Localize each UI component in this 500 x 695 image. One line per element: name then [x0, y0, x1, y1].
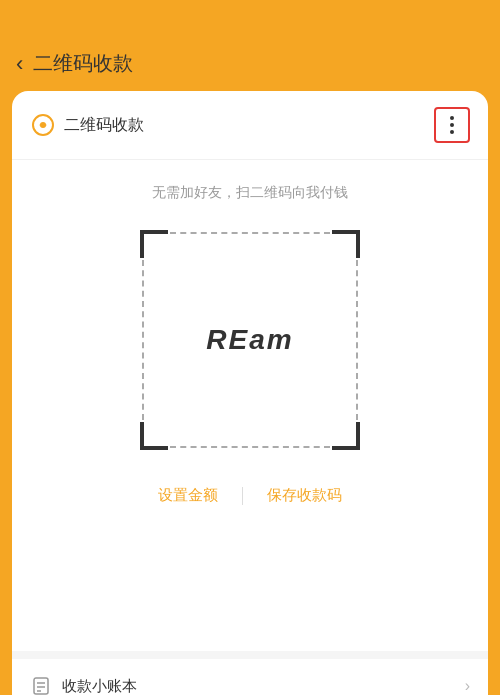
card-header: 二维码收款: [12, 91, 488, 160]
ledger-item[interactable]: 收款小账本 ›: [12, 659, 488, 695]
card-header-title: 二维码收款: [64, 115, 144, 136]
book-icon: [30, 675, 52, 695]
card-header-left: 二维码收款: [30, 112, 144, 138]
back-icon[interactable]: ‹: [16, 51, 23, 77]
corner-tr: [332, 230, 360, 258]
qr-inner-text: REam: [206, 324, 293, 356]
chevron-right-icon: ›: [465, 677, 470, 695]
coin-icon: [30, 112, 56, 138]
more-dot-3: [450, 130, 454, 134]
qr-code-container: REam: [140, 230, 360, 450]
ledger-label: 收款小账本: [62, 677, 137, 696]
main-card: 二维码收款 无需加好友，扫二维码向我付钱 REam 设置金额: [12, 91, 488, 651]
bottom-section: 收款小账本 ›: [12, 651, 488, 695]
header: ‹ 二维码收款: [0, 40, 500, 91]
subtitle-text: 无需加好友，扫二维码向我付钱: [152, 184, 348, 202]
more-dot-1: [450, 116, 454, 120]
page-title: 二维码收款: [33, 50, 133, 77]
corner-bl: [140, 422, 168, 450]
qr-dashed-border: REam: [140, 230, 360, 450]
corner-br: [332, 422, 360, 450]
more-menu-button[interactable]: [434, 107, 470, 143]
corner-tl: [140, 230, 168, 258]
set-amount-link[interactable]: 设置金额: [134, 482, 242, 509]
bottom-item-left: 收款小账本: [30, 675, 137, 695]
side-right: [356, 260, 358, 420]
action-row: 设置金额 保存收款码: [32, 482, 468, 509]
side-left: [142, 260, 144, 420]
side-top: [170, 232, 330, 234]
svg-point-1: [40, 122, 46, 128]
status-bar: [0, 0, 500, 40]
side-bottom: [170, 446, 330, 448]
more-dot-2: [450, 123, 454, 127]
save-qr-link[interactable]: 保存收款码: [243, 482, 366, 509]
card-body: 无需加好友，扫二维码向我付钱 REam 设置金额 保存收款码: [12, 160, 488, 543]
